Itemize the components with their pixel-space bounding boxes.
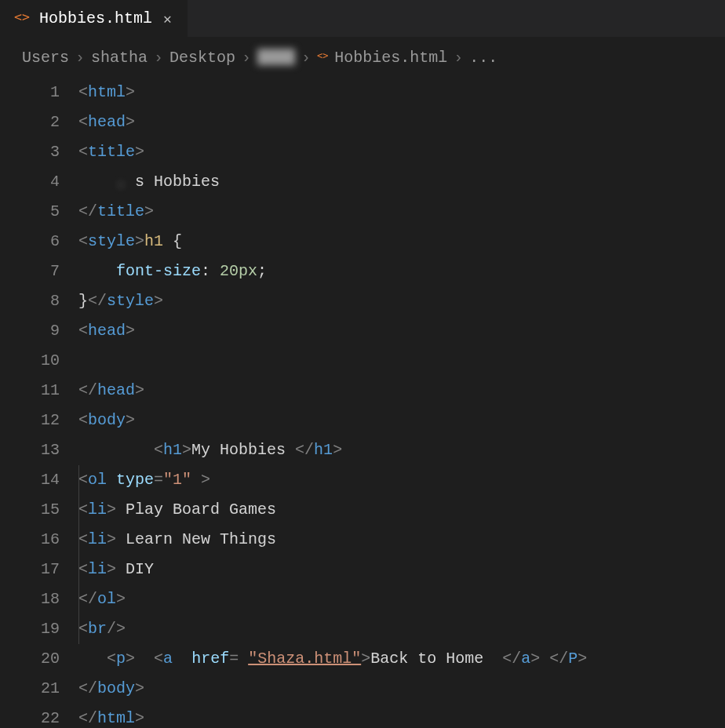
breadcrumb-segment[interactable]: shatha [91,49,148,67]
chevron-right-icon: › [242,49,251,67]
breadcrumb-segment[interactable]: ... [469,49,497,67]
code-line[interactable]: </body> [78,674,725,704]
line-number: 18 [0,584,60,614]
line-number: 20 [0,644,60,674]
html-file-icon: <> [317,49,331,64]
code-line[interactable]: font-size: 20px; [78,257,725,286]
code-line[interactable]: </html> [78,704,725,728]
chevron-right-icon: › [154,49,163,67]
line-number: 15 [0,495,60,525]
code-line[interactable]: . s Hobbies [78,167,725,197]
tab-bar: <> Hobbies.html ✕ [0,0,725,38]
code-line[interactable]: </title> [78,197,725,227]
code-line[interactable]: <li> DIY [78,555,725,584]
code-line[interactable]: <style>h1 { [78,227,725,257]
line-number: 22 [0,704,60,728]
code-editor[interactable]: 1234567891011121314151617181920212223 <h… [0,78,725,728]
line-number: 5 [0,197,60,227]
line-number: 16 [0,525,60,555]
code-line[interactable]: <ol type="1" > [78,465,725,495]
chevron-right-icon: › [454,49,463,67]
code-line[interactable]: <li> Learn New Things [78,525,725,555]
code-line[interactable]: <h1>My Hobbies </h1> [78,435,725,465]
html-file-icon: <> [14,8,31,30]
code-line[interactable]: </head> [78,376,725,406]
line-number: 14 [0,465,60,495]
code-line[interactable] [78,346,725,376]
breadcrumb-segment-blurred[interactable]: ████ [257,49,295,67]
code-line[interactable]: <html> [78,78,725,107]
line-number: 10 [0,346,60,376]
line-number: 8 [0,286,60,316]
breadcrumb-segment[interactable]: Desktop [169,49,235,67]
code-line[interactable]: <p> <a href= "Shaza.html">Back to Home <… [78,644,725,674]
line-number: 6 [0,227,60,257]
line-number: 12 [0,406,60,435]
line-number: 11 [0,376,60,406]
code-line[interactable]: <head> [78,316,725,346]
close-icon[interactable]: ✕ [160,10,175,27]
breadcrumb-segment[interactable]: Users [22,49,69,67]
code-line[interactable]: <body> [78,406,725,435]
line-number: 3 [0,137,60,167]
line-number: 4 [0,167,60,197]
line-number: 7 [0,257,60,286]
svg-text:<>: <> [317,50,328,61]
line-number: 2 [0,107,60,137]
chevron-right-icon: › [75,49,85,67]
code-line[interactable]: }</style> [78,286,725,316]
breadcrumb: Users › shatha › Desktop › ████ › <>Hobb… [0,38,725,78]
breadcrumb-segment[interactable]: <>Hobbies.html [317,49,447,67]
line-number: 21 [0,674,60,704]
line-number: 17 [0,555,60,584]
code-line[interactable]: <li> Play Board Games [78,495,725,525]
line-number: 9 [0,316,60,346]
editor-tab[interactable]: <> Hobbies.html ✕ [0,0,188,37]
line-number-gutter: 1234567891011121314151617181920212223 [0,78,78,728]
code-content[interactable]: <html><head><title> . s Hobbies</title><… [78,78,725,728]
chevron-right-icon: › [301,49,311,67]
code-line[interactable]: <br/> [78,614,725,644]
line-number: 13 [0,435,60,465]
svg-text:<>: <> [14,9,30,24]
line-number: 1 [0,78,60,107]
tab-filename: Hobbies.html [39,9,152,27]
code-line[interactable]: </ol> [78,584,725,614]
line-number: 19 [0,614,60,644]
code-line[interactable]: <title> [78,137,725,167]
code-line[interactable]: <head> [78,107,725,137]
